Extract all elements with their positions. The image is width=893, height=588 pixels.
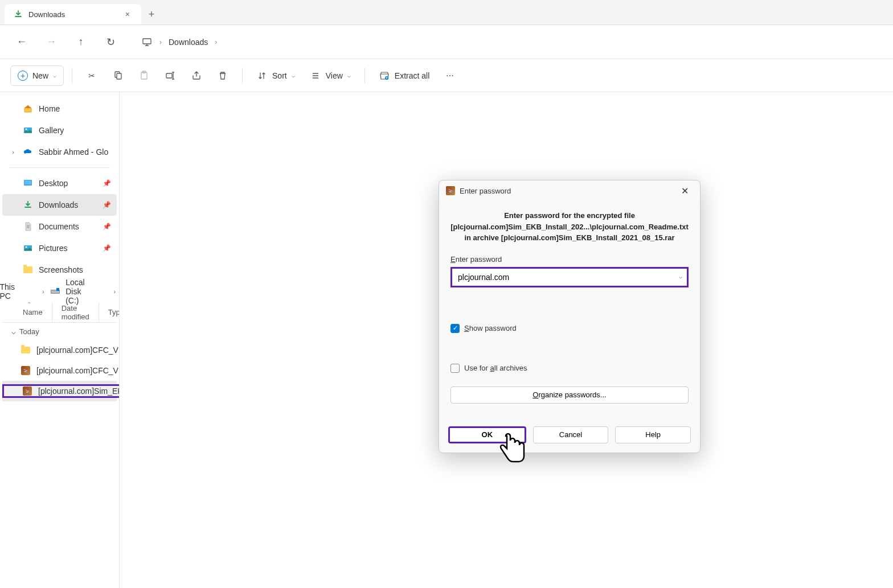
svg-point-12 — [26, 246, 27, 248]
chevron-down-icon: ⌵ — [53, 72, 56, 79]
tab-downloads[interactable]: Downloads × — [5, 4, 141, 24]
cut-button[interactable]: ✂ — [80, 65, 103, 86]
sidebar-item-pictures[interactable]: Pictures 📌 — [2, 237, 117, 259]
document-icon — [23, 221, 33, 232]
chevron-right-icon[interactable]: › — [42, 288, 46, 295]
new-button[interactable]: + New ⌵ — [10, 65, 64, 86]
sidebar-item-drive-c[interactable]: › Local Disk (C:) — [26, 281, 97, 302]
pin-icon: 📌 — [103, 223, 111, 231]
sidebar: Home Gallery › Sabbir Ahmed - Glo Deskto… — [0, 92, 120, 588]
folder-icon — [23, 265, 33, 275]
sidebar-item-home[interactable]: Home — [2, 98, 117, 120]
column-date[interactable]: Date modified — [52, 302, 99, 322]
dialog-titlebar[interactable]: 📚 Enter password ✕ — [439, 180, 700, 201]
sort-button[interactable]: Sort ⌵ — [251, 65, 301, 86]
scissors-icon: ✂ — [86, 70, 97, 81]
column-name[interactable]: Name ⌃ — [2, 302, 52, 322]
plus-icon: + — [18, 71, 28, 81]
clipboard-icon — [138, 70, 150, 81]
new-tab-button[interactable]: + — [141, 4, 162, 24]
sidebar-item-gallery[interactable]: Gallery — [2, 120, 117, 141]
chevron-down-icon: ⌵ — [347, 72, 351, 79]
svg-rect-0 — [143, 39, 151, 44]
group-today[interactable]: ⌵ Today — [2, 323, 117, 340]
dialog-title: Enter password — [460, 187, 672, 195]
chevron-right-icon[interactable]: › — [113, 288, 117, 295]
tab-bar: Downloads × + — [0, 0, 893, 25]
separator — [364, 68, 365, 84]
copy-button[interactable] — [106, 65, 129, 86]
more-button[interactable]: ⋯ — [439, 65, 461, 86]
file-area: Name ⌃ Date modified Type Size ⌵ Today [… — [2, 302, 117, 401]
sidebar-label: Desktop — [39, 179, 68, 188]
share-icon — [191, 70, 202, 81]
use-all-archives-checkbox[interactable]: Use for all archives — [450, 364, 689, 373]
up-button[interactable]: ↑ — [71, 32, 91, 52]
password-dialog: 📚 Enter password ✕ Enter password for th… — [439, 180, 701, 453]
sidebar-item-onedrive[interactable]: › Sabbir Ahmed - Glo — [2, 141, 117, 163]
pin-icon: 📌 — [103, 201, 111, 209]
folder-icon — [21, 345, 31, 355]
svg-rect-2 — [117, 73, 121, 79]
new-label: New — [32, 71, 48, 80]
desktop-icon — [23, 178, 33, 188]
delete-button[interactable] — [211, 65, 234, 86]
help-button[interactable]: Help — [615, 426, 691, 443]
winrar-icon: 📚 — [446, 186, 455, 195]
forward-button[interactable]: → — [41, 32, 62, 52]
sidebar-label: Pictures — [39, 244, 68, 253]
rename-icon — [165, 70, 176, 81]
svg-rect-10 — [24, 180, 31, 184]
download-icon — [23, 200, 33, 210]
password-input[interactable] — [453, 270, 686, 285]
cancel-button[interactable]: Cancel — [533, 426, 609, 443]
breadcrumb-location[interactable]: Downloads — [169, 38, 208, 47]
cloud-icon — [23, 147, 33, 157]
pin-icon: 📌 — [103, 244, 111, 252]
file-name: [plcjournal.com]Sim_EKB_Install_2021_08_… — [38, 386, 120, 396]
checkbox-unchecked-icon — [450, 364, 460, 373]
view-button[interactable]: View ⌵ — [304, 65, 357, 86]
sidebar-item-downloads[interactable]: Downloads 📌 — [2, 194, 117, 216]
sidebar-item-documents[interactable]: Documents 📌 — [2, 216, 117, 237]
file-row[interactable]: 📚[plcjournal.com]CFC_V17 11/20/2024 9:53… — [2, 360, 117, 381]
sidebar-item-desktop[interactable]: Desktop 📌 — [2, 172, 117, 194]
column-type[interactable]: Type — [99, 302, 120, 322]
sidebar-label: Home — [39, 104, 60, 113]
ok-button[interactable]: OK — [448, 426, 526, 443]
sort-indicator-icon: ⌃ — [27, 301, 31, 307]
chevron-right-icon[interactable]: › — [9, 149, 17, 155]
sidebar-item-event[interactable]: Event MSSB Local Disk (E:) ⌵ This PC › L… — [2, 281, 117, 302]
chevron-right-icon: › — [159, 38, 162, 46]
file-row[interactable]: [plcjournal.com]CFC_V17 11/20/2024 9:54 … — [2, 340, 117, 360]
sidebar-item-drive-d[interactable]: › Local Disk (D:) — [97, 281, 120, 302]
close-icon[interactable]: ✕ — [677, 183, 693, 199]
archive-icon: 📚 — [21, 365, 31, 376]
file-row-selected[interactable]: 📚[plcjournal.com]Sim_EKB_Install_2021_08… — [2, 381, 117, 401]
chevron-down-icon: ⌵ — [11, 327, 16, 336]
close-icon[interactable]: × — [123, 9, 132, 20]
organize-passwords-button[interactable]: Organize passwords... — [450, 386, 689, 404]
sidebar-item-this-pc[interactable]: ⌵ This PC — [0, 281, 26, 302]
copy-icon — [112, 70, 124, 81]
extract-all-button[interactable]: Extract all — [373, 65, 435, 86]
sidebar-label: Local Disk (C:) — [65, 278, 90, 305]
gallery-icon — [23, 125, 33, 135]
share-button[interactable] — [185, 65, 208, 86]
paste-button[interactable] — [133, 65, 155, 86]
back-button[interactable]: ← — [11, 32, 32, 52]
pin-icon: 📌 — [103, 179, 111, 187]
svg-rect-3 — [141, 72, 147, 79]
dialog-body: Enter password for the encrypted file [p… — [439, 201, 700, 420]
rename-button[interactable] — [159, 65, 182, 86]
refresh-button[interactable]: ↻ — [100, 32, 121, 52]
extract-icon — [379, 70, 390, 81]
sidebar-item-screenshots[interactable]: Screenshots — [2, 259, 117, 281]
sidebar-label: Sabbir Ahmed - Glo — [39, 147, 108, 157]
sidebar-label: Downloads — [39, 200, 78, 209]
show-password-checkbox[interactable]: ✓ Show password — [450, 324, 689, 333]
dialog-message: Enter password for the encrypted file [p… — [450, 210, 689, 244]
password-label: Enter password — [450, 255, 689, 264]
breadcrumb[interactable]: › Downloads › — [134, 33, 224, 51]
download-icon — [14, 10, 23, 19]
